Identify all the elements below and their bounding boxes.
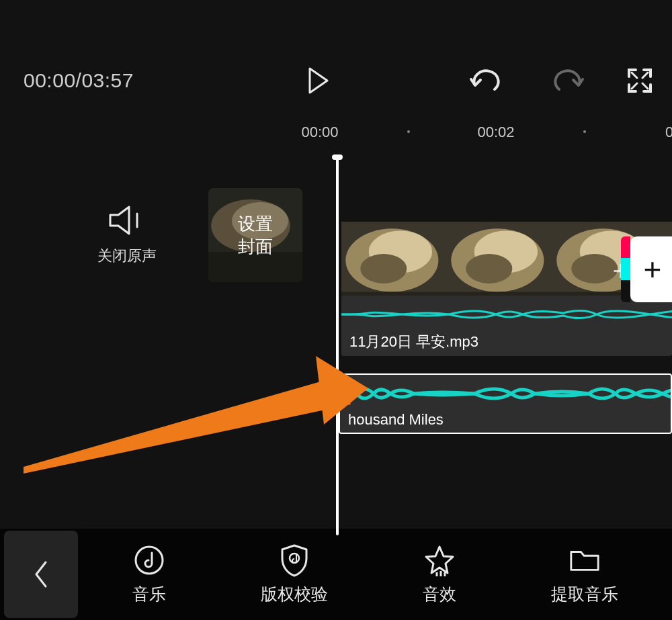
ruler-tick: 00:02 (477, 124, 514, 141)
toolbar-label: 提取音乐 (551, 583, 618, 605)
svg-point-18 (571, 254, 618, 283)
redo-button[interactable] (552, 66, 586, 95)
time-display: 00:00/03:57 (24, 69, 134, 92)
toolbar-item-music[interactable]: 音乐 (132, 544, 166, 605)
timeline-area[interactable]: 关闭原声 设置 封面 (0, 154, 672, 533)
toolbar-label: 音效 (423, 583, 456, 605)
back-button[interactable] (4, 531, 78, 618)
chevron-left-icon (32, 560, 50, 589)
ruler-dot (583, 130, 586, 133)
waveform-icon (340, 380, 672, 407)
svg-point-8 (360, 254, 407, 283)
toolbar-label: 音乐 (132, 583, 166, 605)
ruler-dot (407, 130, 410, 133)
star-icon (423, 544, 456, 576)
audio-track[interactable]: 11月20日 早安.mp3 (341, 296, 672, 356)
transport-bar: 00:00/03:57 (0, 60, 672, 101)
ruler-tick: 00:00 (301, 124, 338, 141)
toolbar-item-extract-music[interactable]: 提取音乐 (551, 544, 618, 605)
audio-track-selected[interactable]: housand Miles (339, 373, 672, 434)
play-button[interactable] (304, 66, 333, 95)
playhead[interactable] (336, 154, 339, 535)
redo-icon (554, 69, 585, 92)
fullscreen-icon (627, 68, 653, 93)
folder-icon (569, 544, 601, 576)
video-editor-app: 00:00/03:57 00:00 (0, 0, 672, 620)
add-clip-button[interactable]: + (630, 236, 672, 302)
play-icon (307, 67, 330, 94)
undo-icon (469, 69, 500, 92)
mute-original-audio-button[interactable]: 关闭原声 (97, 204, 157, 266)
svg-point-13 (466, 254, 512, 283)
cover-label: 设置 封面 (238, 212, 273, 258)
toolbar-items: 音乐 版权校验 音效 提取音乐 (78, 544, 672, 605)
ruler-tick: 0 (665, 124, 672, 141)
speaker-icon (108, 204, 146, 236)
bottom-toolbar: 音乐 版权校验 音效 提取音乐 (0, 529, 672, 620)
toolbar-label: 版权校验 (261, 583, 328, 605)
timeline-ruler[interactable]: 00:00 00:02 0 (0, 124, 672, 144)
music-icon (133, 544, 165, 576)
audio-clip-filename: 11月20日 早安.mp3 (349, 332, 478, 352)
shield-icon (278, 544, 310, 576)
set-cover-button[interactable]: 设置 封面 (208, 188, 302, 282)
mute-label: 关闭原声 (97, 246, 157, 266)
plus-icon: + (644, 251, 662, 287)
toolbar-item-copyright-verify[interactable]: 版权校验 (261, 544, 328, 605)
waveform-icon (341, 301, 672, 328)
audio-clip-filename: housand Miles (348, 411, 444, 429)
undo-button[interactable] (468, 66, 501, 95)
fullscreen-button[interactable] (625, 66, 655, 95)
toolbar-item-sound-effects[interactable]: 音效 (423, 544, 456, 605)
